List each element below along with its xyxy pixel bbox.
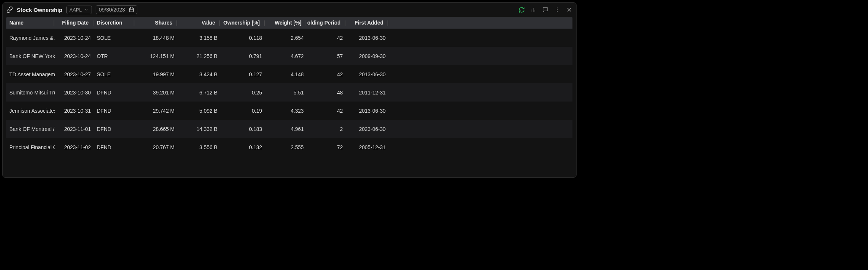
svg-point-7 bbox=[557, 7, 558, 8]
cell-holding-period: 72 bbox=[307, 144, 346, 150]
table-header-row: Name| Filing Date| Discretion| Shares| V… bbox=[6, 17, 572, 29]
cell-value: 21.256 B bbox=[178, 53, 220, 59]
cell-weight: 5.51 bbox=[265, 90, 307, 96]
calendar-icon bbox=[129, 7, 134, 12]
cell-weight: 4.148 bbox=[265, 71, 307, 77]
table-row[interactable]: Jennison Associates LLC2023-10-31DFND29.… bbox=[6, 102, 572, 120]
cell-discretion: DFND bbox=[94, 144, 135, 150]
cell-value: 5.092 B bbox=[178, 108, 220, 114]
table-row[interactable]: Bank OF NEW York Mellon2023-10-24OTR124.… bbox=[6, 47, 572, 65]
panel-header: Stock Ownership AAPL 09/30/2023 bbox=[3, 3, 576, 17]
chart-button[interactable] bbox=[530, 6, 537, 13]
stock-ownership-panel: Stock Ownership AAPL 09/30/2023 bbox=[2, 2, 577, 178]
ticker-value: AAPL bbox=[70, 7, 82, 13]
cell-discretion: SOLE bbox=[94, 71, 135, 77]
cell-weight: 2.555 bbox=[265, 144, 307, 150]
svg-rect-0 bbox=[130, 8, 134, 12]
table-row[interactable]: Bank OF Montreal /CAN/2023-11-01DFND28.6… bbox=[6, 120, 572, 138]
panel-title: Stock Ownership bbox=[17, 7, 63, 13]
cell-value: 3.424 B bbox=[178, 71, 220, 77]
cell-holding-period: 42 bbox=[307, 108, 346, 114]
table-container: Name| Filing Date| Discretion| Shares| V… bbox=[3, 17, 576, 177]
col-holding-period[interactable]: Holding Period| bbox=[307, 20, 346, 26]
chevron-down-icon bbox=[84, 7, 89, 12]
cell-ownership: 0.118 bbox=[220, 35, 265, 41]
cell-weight: 4.961 bbox=[265, 126, 307, 132]
cell-holding-period: 48 bbox=[307, 90, 346, 96]
refresh-button[interactable] bbox=[518, 6, 525, 13]
cell-discretion: DFND bbox=[94, 126, 135, 132]
comment-button[interactable] bbox=[542, 6, 549, 13]
date-input[interactable]: 09/30/2023 bbox=[96, 5, 137, 14]
cell-name: Bank OF NEW York Mellon bbox=[6, 53, 55, 59]
cell-value: 3.158 B bbox=[178, 35, 220, 41]
cell-name: Sumitomo Mitsui Trust bbox=[6, 90, 55, 96]
cell-first-added: 2013-06-30 bbox=[346, 71, 389, 77]
table-row[interactable]: Raymond James & Associates2023-10-24SOLE… bbox=[6, 29, 572, 47]
cell-shares: 124.151 M bbox=[135, 53, 178, 59]
cell-first-added: 2013-06-30 bbox=[346, 108, 389, 114]
table-row[interactable]: Sumitomo Mitsui Trust2023-10-30DFND39.20… bbox=[6, 83, 572, 102]
col-ownership[interactable]: Ownership [%]| bbox=[220, 20, 265, 26]
ticker-select[interactable]: AAPL bbox=[66, 6, 92, 14]
cell-first-added: 2013-06-30 bbox=[346, 35, 389, 41]
col-first-added[interactable]: First Added| bbox=[346, 20, 389, 26]
cell-first-added: 2011-12-31 bbox=[346, 90, 389, 96]
header-right bbox=[518, 6, 572, 13]
svg-point-8 bbox=[557, 9, 558, 10]
cell-ownership: 0.127 bbox=[220, 71, 265, 77]
cell-value: 3.556 B bbox=[178, 144, 220, 150]
link-icon bbox=[6, 6, 13, 13]
col-shares[interactable]: Shares| bbox=[135, 20, 178, 26]
cell-holding-period: 2 bbox=[307, 126, 346, 132]
cell-ownership: 0.183 bbox=[220, 126, 265, 132]
header-left: Stock Ownership AAPL 09/30/2023 bbox=[6, 5, 515, 14]
cell-shares: 20.767 M bbox=[135, 144, 178, 150]
cell-filing-date: 2023-11-02 bbox=[55, 144, 94, 150]
cell-weight: 4.672 bbox=[265, 53, 307, 59]
date-value: 09/30/2023 bbox=[99, 7, 125, 13]
cell-filing-date: 2023-10-30 bbox=[55, 90, 94, 96]
cell-shares: 29.742 M bbox=[135, 108, 178, 114]
cell-shares: 28.665 M bbox=[135, 126, 178, 132]
cell-first-added: 2023-06-30 bbox=[346, 126, 389, 132]
cell-filing-date: 2023-10-31 bbox=[55, 108, 94, 114]
cell-ownership: 0.791 bbox=[220, 53, 265, 59]
more-button[interactable] bbox=[554, 6, 561, 13]
cell-holding-period: 42 bbox=[307, 35, 346, 41]
cell-discretion: DFND bbox=[94, 108, 135, 114]
cell-value: 6.712 B bbox=[178, 90, 220, 96]
svg-point-9 bbox=[557, 11, 558, 12]
table-row[interactable]: Principal Financial Group2023-11-02DFND2… bbox=[6, 138, 572, 156]
cell-value: 14.332 B bbox=[178, 126, 220, 132]
cell-name: TD Asset Management bbox=[6, 71, 55, 77]
cell-ownership: 0.25 bbox=[220, 90, 265, 96]
cell-filing-date: 2023-10-27 bbox=[55, 71, 94, 77]
cell-ownership: 0.19 bbox=[220, 108, 265, 114]
col-name[interactable]: Name| bbox=[6, 20, 55, 26]
cell-holding-period: 42 bbox=[307, 71, 346, 77]
cell-name: Raymond James & Associates bbox=[6, 35, 55, 41]
cell-first-added: 2005-12-31 bbox=[346, 144, 389, 150]
cell-weight: 4.323 bbox=[265, 108, 307, 114]
col-filing-date[interactable]: Filing Date| bbox=[55, 20, 94, 26]
cell-filing-date: 2023-11-01 bbox=[55, 126, 94, 132]
close-button[interactable] bbox=[566, 6, 572, 13]
cell-name: Principal Financial Group bbox=[6, 144, 55, 150]
cell-name: Bank OF Montreal /CAN/ bbox=[6, 126, 55, 132]
cell-discretion: DFND bbox=[94, 90, 135, 96]
col-weight[interactable]: Weight [%]| bbox=[265, 20, 307, 26]
col-value[interactable]: Value| bbox=[178, 20, 220, 26]
cell-discretion: SOLE bbox=[94, 35, 135, 41]
col-discretion[interactable]: Discretion| bbox=[94, 20, 135, 26]
cell-discretion: OTR bbox=[94, 53, 135, 59]
cell-first-added: 2009-09-30 bbox=[346, 53, 389, 59]
cell-name: Jennison Associates LLC bbox=[6, 108, 55, 114]
cell-filing-date: 2023-10-24 bbox=[55, 35, 94, 41]
cell-ownership: 0.132 bbox=[220, 144, 265, 150]
cell-shares: 19.997 M bbox=[135, 71, 178, 77]
table-body[interactable]: Raymond James & Associates2023-10-24SOLE… bbox=[6, 29, 572, 174]
cell-filing-date: 2023-10-24 bbox=[55, 53, 94, 59]
table-row[interactable]: TD Asset Management2023-10-27SOLE19.997 … bbox=[6, 65, 572, 83]
cell-holding-period: 57 bbox=[307, 53, 346, 59]
